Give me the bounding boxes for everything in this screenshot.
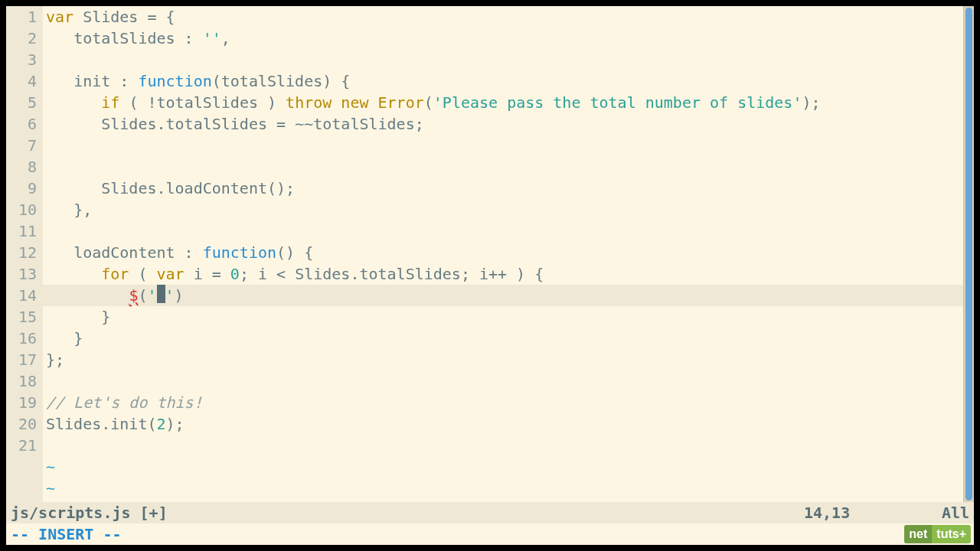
vertical-scrollbar[interactable] — [963, 6, 974, 502]
status-bar: js/scripts.js [+] 14,13 All — [6, 502, 974, 523]
line-number: 7 — [6, 135, 37, 156]
code-line[interactable]: loadContent : function() { — [43, 242, 963, 263]
line-number: 19 — [6, 392, 37, 413]
line-number: 3 — [6, 49, 37, 70]
line-number: 6 — [6, 113, 37, 135]
status-filename: js/scripts.js [+] — [11, 502, 804, 523]
line-number: 14 — [6, 285, 37, 306]
line-number: 17 — [6, 349, 37, 370]
code-line[interactable] — [43, 49, 963, 70]
end-of-buffer-tilde: ~ — [43, 478, 963, 499]
line-number: 13 — [6, 263, 37, 285]
code-area[interactable]: var Slides = { totalSlides : '', init : … — [43, 6, 963, 502]
code-line[interactable]: totalSlides : '', — [43, 28, 963, 49]
line-number: 12 — [6, 242, 37, 263]
line-number: 10 — [6, 199, 37, 220]
code-line[interactable]: $('') — [43, 285, 963, 306]
line-number: 2 — [6, 28, 37, 49]
nettuts-logo: net tuts+ — [904, 525, 971, 543]
code-line[interactable]: Slides.totalSlides = ~~totalSlides; — [43, 113, 963, 135]
end-of-buffer-tilde: ~ — [43, 456, 963, 478]
line-number: 11 — [6, 220, 37, 242]
code-line[interactable]: if ( !totalSlides ) throw new Error('Ple… — [43, 92, 963, 113]
code-line[interactable] — [43, 135, 963, 156]
code-line[interactable]: } — [43, 306, 963, 328]
text-cursor — [157, 285, 165, 303]
editor-window: 123456789101112131415161718192021 var Sl… — [6, 6, 974, 545]
code-line[interactable] — [43, 370, 963, 392]
line-number: 21 — [6, 435, 37, 456]
line-number: 1 — [6, 6, 37, 28]
line-number: 5 — [6, 92, 37, 113]
code-line[interactable]: // Let's do this! — [43, 392, 963, 413]
line-number: 20 — [6, 413, 37, 435]
code-line[interactable]: var Slides = { — [43, 6, 963, 28]
line-number: 4 — [6, 70, 37, 92]
code-line[interactable]: }, — [43, 199, 963, 220]
code-line[interactable]: } — [43, 328, 963, 349]
logo-left: net — [904, 525, 932, 543]
line-number: 16 — [6, 328, 37, 349]
line-number-gutter: 123456789101112131415161718192021 — [6, 6, 43, 502]
line-number: 8 — [6, 156, 37, 178]
code-line[interactable] — [43, 220, 963, 242]
code-line[interactable]: }; — [43, 349, 963, 370]
code-line[interactable] — [43, 156, 963, 178]
code-line[interactable]: Slides.loadContent(); — [43, 178, 963, 199]
code-line[interactable]: init : function(totalSlides) { — [43, 70, 963, 92]
mode-indicator: -- INSERT -- — [11, 525, 122, 543]
line-number: 18 — [6, 370, 37, 392]
code-line[interactable]: Slides.init(2); — [43, 413, 963, 435]
scroll-thumb[interactable] — [965, 8, 972, 500]
logo-right: tuts+ — [932, 525, 971, 543]
code-line[interactable] — [43, 435, 963, 456]
code-line[interactable]: for ( var i = 0; i < Slides.totalSlides;… — [43, 263, 963, 285]
editor-area[interactable]: 123456789101112131415161718192021 var Sl… — [6, 6, 974, 502]
line-number: 15 — [6, 306, 37, 328]
mode-line: -- INSERT -- net tuts+ — [6, 523, 974, 545]
line-number: 9 — [6, 178, 37, 199]
status-scroll-percent: All — [926, 502, 969, 523]
status-cursor-position: 14,13 — [804, 502, 926, 523]
